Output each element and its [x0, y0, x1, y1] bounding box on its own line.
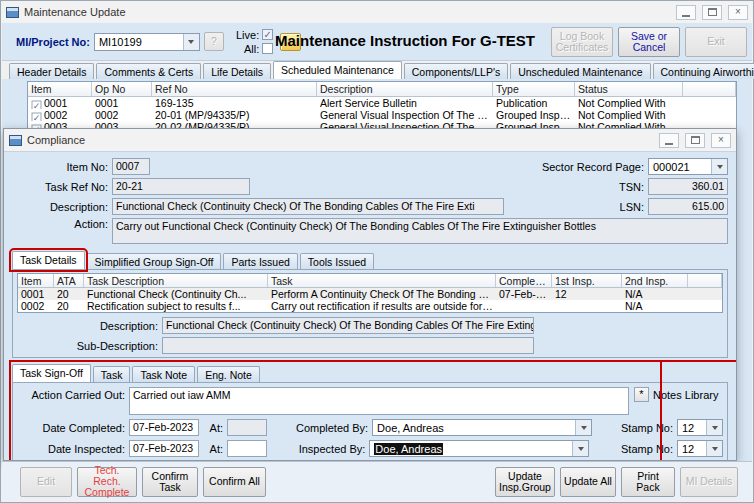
- sub-description-field[interactable]: [162, 337, 534, 354]
- selected-text: Doe, Andreas: [374, 443, 443, 455]
- row-checkbox[interactable]: [32, 101, 42, 109]
- table-row[interactable]: 0002 0002 20-01 (MP/94335/P) General Vis…: [28, 109, 736, 121]
- dialog-title: Compliance: [27, 134, 85, 146]
- dialog-minimize-icon[interactable]: [659, 133, 679, 148]
- dialog-titlebar[interactable]: Compliance ×: [4, 129, 736, 151]
- dialog-tab-bar: Task Details Simplified Group Sign-Off P…: [12, 251, 728, 269]
- task-description-label: Description:: [17, 320, 162, 332]
- table-row[interactable]: 0001 0001 169-135 Alert Service Bulletin…: [28, 97, 736, 109]
- main-header-band: MI/Project No: MI10199 ? Live: All: Main…: [2, 23, 752, 61]
- action-label: Action:: [12, 218, 112, 230]
- stamp-no-completed-label: Stamp No:: [621, 422, 677, 434]
- tsn-field[interactable]: 360.01: [648, 178, 728, 195]
- tab-life-details[interactable]: Life Details: [203, 63, 271, 79]
- lsn-field[interactable]: 615.00: [648, 198, 728, 215]
- combo-arrow-icon[interactable]: [572, 441, 588, 456]
- tab-simplified-group-signoff[interactable]: Simplified Group Sign-Off: [87, 253, 222, 269]
- task-table-header: Item ATA Task Description Task Completed…: [18, 274, 722, 288]
- maximize-icon[interactable]: [702, 5, 722, 20]
- notes-library-label: Notes Library: [653, 387, 723, 401]
- print-pack-button[interactable]: Print Pack: [621, 467, 675, 497]
- mi-project-label: MI/Project No:: [16, 36, 90, 48]
- help-button[interactable]: ?: [204, 32, 224, 51]
- update-all-button[interactable]: Update All: [560, 467, 616, 497]
- tab-task-details[interactable]: Task Details: [12, 251, 85, 269]
- tab-components-llps[interactable]: Components/LLP's: [404, 63, 508, 79]
- notes-library-button[interactable]: *: [634, 387, 649, 402]
- at-inspected-field[interactable]: [227, 440, 267, 457]
- task-description-field[interactable]: Functional Check (Continuity Check) Of T…: [162, 317, 534, 334]
- lsn-label: LSN:: [620, 201, 648, 213]
- inspected-by-combo[interactable]: Doe, Andreas: [369, 440, 589, 457]
- sub-description-label: Sub-Description:: [17, 340, 162, 352]
- main-tab-bar: Header Details Comments & Certs Life Det…: [9, 62, 751, 79]
- save-or-cancel-button[interactable]: Save or Cancel: [618, 27, 680, 57]
- tsn-label: TSN:: [619, 181, 648, 193]
- mi-project-combo[interactable]: MI10199: [94, 33, 200, 51]
- task-ref-no-label: Task Ref No:: [12, 181, 112, 193]
- app-window-icon: [6, 7, 19, 18]
- tab-eng-note[interactable]: Eng. Note: [197, 366, 260, 382]
- sector-record-page-label: Sector Record Page:: [542, 161, 648, 173]
- sector-record-page-combo[interactable]: 000021: [648, 158, 728, 175]
- combo-arrow-icon[interactable]: [711, 159, 727, 174]
- tab-task-signoff[interactable]: Task Sign-Off: [12, 364, 91, 382]
- exit-button[interactable]: Exit: [685, 27, 747, 57]
- tab-scheduled-maintenance[interactable]: Scheduled Maintenance: [273, 61, 402, 79]
- stamp-no-inspected-combo[interactable]: 12: [677, 440, 723, 457]
- compliance-dialog: Compliance × Item No: 0007 Sector Record…: [3, 128, 737, 461]
- description-field[interactable]: Functional Check (Continuity Check) Of T…: [112, 198, 504, 215]
- update-insp-group-button[interactable]: Update Insp.Group: [495, 467, 555, 497]
- task-details-panel: Item ATA Task Description Task Completed…: [12, 269, 728, 358]
- mi-details-button[interactable]: MI Details: [680, 467, 738, 497]
- signoff-panel: Action Carried Out: Carried out iaw AMM …: [12, 382, 728, 460]
- stamp-no-completed-combo[interactable]: 12: [677, 419, 723, 436]
- close-icon[interactable]: ×: [728, 5, 748, 20]
- task-table: Item ATA Task Description Task Completed…: [17, 273, 723, 313]
- edit-button[interactable]: Edit: [20, 467, 72, 497]
- date-completed-label: Date Completed:: [17, 422, 129, 434]
- tab-continuing-airworthiness[interactable]: Continuing Airworthiness Requirements: [653, 63, 754, 79]
- task-ref-no-field[interactable]: 20-21: [112, 178, 250, 195]
- main-footer-bar: Edit Tech. Rech. Complete Confirm Task C…: [2, 461, 752, 501]
- tab-task-note[interactable]: Task Note: [132, 366, 195, 382]
- at-inspected-label: At:: [203, 443, 227, 455]
- inspected-by-label: Inspected By:: [299, 443, 370, 455]
- confirm-all-button[interactable]: Confirm All: [203, 467, 266, 497]
- combo-arrow-icon[interactable]: [706, 441, 722, 456]
- task-row[interactable]: 0002 20 Rectification subject to results…: [18, 300, 722, 312]
- combo-arrow-icon[interactable]: [575, 420, 591, 435]
- row-checkbox[interactable]: [32, 113, 42, 121]
- tab-task[interactable]: Task: [93, 366, 131, 382]
- at-completed-label: At:: [203, 422, 227, 434]
- dialog-close-icon[interactable]: ×: [711, 133, 731, 148]
- tech-rech-complete-button[interactable]: Tech. Rech. Complete: [77, 467, 137, 497]
- main-window-title: Maintenance Update: [24, 6, 126, 18]
- minimize-icon[interactable]: [676, 5, 696, 20]
- completed-by-combo[interactable]: Doe, Andreas: [372, 419, 592, 436]
- tab-tools-issued[interactable]: Tools Issued: [300, 253, 374, 269]
- tab-header-details[interactable]: Header Details: [9, 63, 94, 79]
- date-inspected-field[interactable]: 07-Feb-2023: [129, 440, 199, 457]
- task-row[interactable]: 0001 20 Functional Check (Continuity Ch.…: [18, 288, 722, 300]
- live-label: Live:: [236, 29, 259, 41]
- action-field[interactable]: Carry out Functional Check (Continuity C…: [112, 218, 728, 244]
- tab-parts-issued[interactable]: Parts Issued: [223, 253, 297, 269]
- date-completed-field[interactable]: 07-Feb-2023: [129, 419, 199, 436]
- log-book-certificates-button[interactable]: Log Book Certificates: [551, 27, 613, 57]
- action-carried-out-field[interactable]: Carried out iaw AMM: [129, 387, 629, 415]
- signoff-tab-bar: Task Sign-Off Task Task Note Eng. Note: [12, 364, 728, 382]
- tab-unscheduled-maintenance[interactable]: Unscheduled Maintenance: [510, 63, 650, 79]
- tab-comments-certs[interactable]: Comments & Certs: [96, 63, 201, 79]
- dialog-body: Item No: 0007 Sector Record Page: 000021…: [4, 151, 736, 460]
- item-no-label: Item No:: [12, 161, 112, 173]
- main-titlebar[interactable]: Maintenance Update ×: [1, 1, 753, 23]
- combo-arrow-icon[interactable]: [706, 420, 722, 435]
- page-title: Maintenance Instruction For G-TEST: [270, 32, 540, 49]
- combo-arrow-icon[interactable]: [183, 34, 199, 50]
- task-signoff-section: Task Sign-Off Task Task Note Eng. Note A…: [12, 364, 728, 460]
- item-no-field[interactable]: 0007: [112, 158, 150, 175]
- at-completed-field[interactable]: [227, 419, 267, 436]
- confirm-task-button[interactable]: Confirm Task: [142, 467, 198, 497]
- dialog-maximize-icon[interactable]: [685, 133, 705, 148]
